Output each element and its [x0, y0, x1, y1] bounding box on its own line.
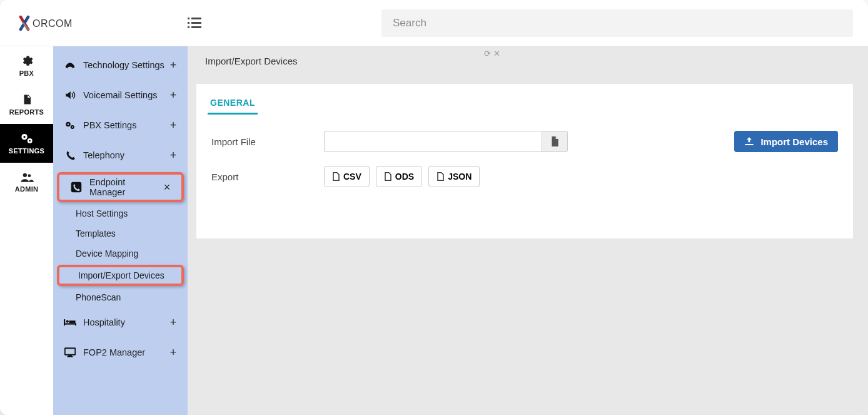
file-icon: [332, 172, 340, 181]
svg-rect-2: [191, 18, 201, 19]
sidebar: Technology Settings + Voicemail Settings…: [53, 46, 188, 415]
sidebar-sub-phonescan[interactable]: PhoneScan: [53, 287, 188, 307]
svg-text:ORCOM: ORCOM: [33, 18, 73, 29]
sidebar-item-telephony[interactable]: Telephony +: [53, 140, 188, 170]
gears-icon: [20, 132, 34, 145]
rail-admin[interactable]: ADMIN: [0, 163, 53, 202]
rail-settings[interactable]: SETTINGS: [0, 124, 53, 163]
sidebar-item-label: Hospitality: [78, 317, 168, 327]
svg-point-12: [28, 174, 31, 177]
rail-label: ADMIN: [15, 185, 39, 193]
sidebar-item-label: FOP2 Manager: [78, 347, 168, 357]
list-icon[interactable]: [188, 18, 201, 29]
expand-icon[interactable]: +: [168, 89, 179, 102]
file-icon: [384, 172, 391, 181]
users-icon: [20, 172, 34, 183]
sidebar-item-label: Endpoint Manager: [84, 177, 161, 197]
sidebar-sub-import-export-devices[interactable]: Import/Export Devices: [59, 267, 181, 284]
sidebar-sub-templates[interactable]: Templates: [53, 223, 188, 243]
sidebar-sub-label: Import/Export Devices: [78, 270, 164, 280]
search-input[interactable]: [381, 9, 853, 37]
rail-pbx[interactable]: PBX: [0, 46, 53, 85]
export-csv-button[interactable]: CSV: [324, 166, 370, 187]
sidebar-item-technology-settings[interactable]: Technology Settings +: [53, 50, 188, 80]
phone-handset-icon: [62, 61, 78, 69]
svg-rect-24: [68, 356, 72, 357]
button-label: ODS: [395, 172, 414, 182]
import-file-label: Import File: [211, 136, 324, 147]
import-file-input[interactable]: [324, 131, 542, 152]
sidebar-sub-label: Templates: [76, 228, 116, 238]
import-devices-button[interactable]: Import Devices: [734, 131, 838, 152]
expand-icon[interactable]: +: [168, 346, 179, 359]
page-tab-label: Import/Export Devices: [205, 56, 298, 66]
svg-rect-5: [188, 26, 189, 28]
close-icon[interactable]: ✕: [493, 49, 500, 58]
svg-rect-21: [64, 323, 76, 324]
gears-icon: [62, 120, 78, 130]
sidebar-sub-label: Device Mapping: [76, 248, 138, 259]
rail-label: REPORTS: [9, 108, 44, 116]
svg-rect-22: [75, 323, 76, 325]
volume-icon: [62, 90, 78, 100]
svg-point-11: [23, 173, 26, 177]
sidebar-sub-label: PhoneScan: [76, 292, 121, 302]
bed-icon: [62, 318, 78, 327]
upload-icon: [744, 137, 754, 146]
rail-label: SETTINGS: [9, 147, 44, 155]
svg-rect-1: [188, 18, 189, 19]
nav-rail: PBX REPORTS SETTINGS ADMIN: [0, 46, 53, 415]
phone-icon: [62, 150, 78, 160]
content-area: Import/Export Devices ⟳ ✕ GENERAL Import…: [188, 46, 868, 415]
expand-icon[interactable]: +: [168, 149, 179, 162]
brand-logo: ORCOM: [0, 12, 188, 34]
collapse-icon[interactable]: ×: [161, 181, 173, 194]
sidebar-sub-host-settings[interactable]: Host Settings: [53, 203, 188, 223]
expand-icon[interactable]: +: [168, 59, 179, 72]
button-label: Import Devices: [760, 136, 828, 147]
svg-rect-4: [191, 22, 201, 24]
gear-icon: [21, 54, 33, 67]
file-icon: [21, 93, 33, 106]
refresh-icon[interactable]: ⟳: [484, 49, 491, 58]
svg-rect-6: [191, 26, 201, 28]
sidebar-item-label: PBX Settings: [78, 120, 168, 130]
tab-general[interactable]: GENERAL: [208, 93, 258, 115]
svg-rect-26: [745, 144, 754, 145]
sidebar-sub-label: Host Settings: [76, 208, 128, 218]
sidebar-sub-device-mapping[interactable]: Device Mapping: [53, 243, 188, 264]
sidebar-item-endpoint-manager[interactable]: Endpoint Manager ×: [59, 175, 181, 200]
svg-rect-17: [71, 182, 82, 193]
svg-rect-23: [65, 348, 76, 355]
svg-point-8: [23, 136, 25, 138]
file-icon: [550, 136, 559, 146]
sidebar-item-fop2-manager[interactable]: FOP2 Manager +: [53, 337, 188, 367]
rail-label: PBX: [19, 69, 34, 77]
sidebar-item-label: Voicemail Settings: [78, 90, 168, 100]
export-label: Export: [211, 172, 324, 182]
sidebar-item-label: Technology Settings: [78, 60, 168, 70]
expand-icon[interactable]: +: [168, 119, 179, 132]
tab-label: GENERAL: [210, 98, 255, 108]
svg-rect-3: [188, 22, 189, 24]
svg-point-16: [72, 126, 73, 128]
sidebar-item-voicemail-settings[interactable]: Voicemail Settings +: [53, 80, 188, 110]
svg-point-14: [68, 123, 69, 125]
file-icon: [437, 172, 444, 181]
panel: GENERAL Import File: [196, 84, 853, 238]
export-ods-button[interactable]: ODS: [376, 166, 422, 187]
svg-point-10: [29, 140, 31, 142]
export-json-button[interactable]: JSON: [428, 166, 480, 187]
browse-file-button[interactable]: [542, 131, 568, 152]
svg-point-19: [66, 320, 69, 322]
desktop-icon: [62, 347, 78, 357]
sidebar-item-pbx-settings[interactable]: PBX Settings +: [53, 110, 188, 140]
svg-rect-25: [68, 356, 73, 357]
sidebar-item-hospitality[interactable]: Hospitality +: [53, 307, 188, 337]
button-label: JSON: [448, 172, 472, 182]
rail-reports[interactable]: REPORTS: [0, 85, 53, 124]
expand-icon[interactable]: +: [168, 316, 179, 329]
svg-rect-20: [69, 320, 76, 323]
button-label: CSV: [343, 172, 361, 182]
page-tab-import-export-devices[interactable]: Import/Export Devices: [196, 46, 306, 75]
